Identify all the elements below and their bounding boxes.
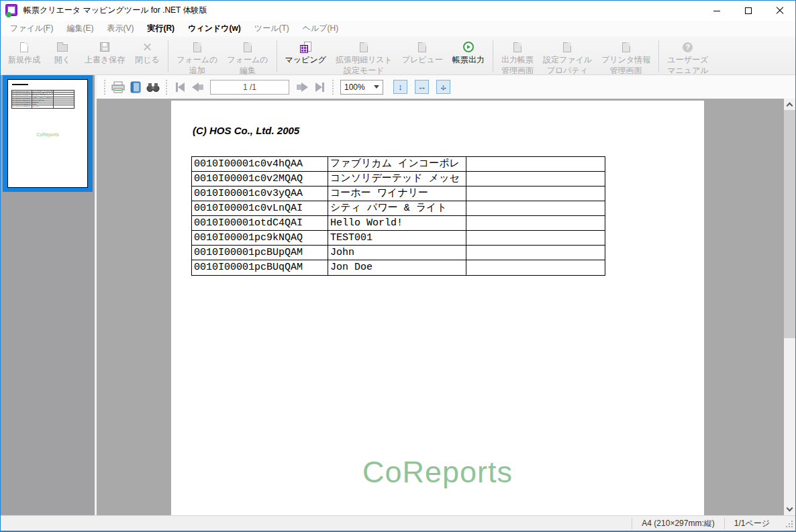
- last-page-button[interactable]: [311, 78, 328, 96]
- page-setup-button[interactable]: [127, 78, 144, 96]
- scrollbar-thumb[interactable]: [784, 110, 795, 338]
- preview-button[interactable]: プレビュー: [397, 39, 448, 66]
- zoom-select[interactable]: 100%: [340, 80, 383, 95]
- config-properties-button[interactable]: 設定ファイル プロパティ: [538, 39, 597, 76]
- table-cell: 0010I00001pc9kNQAQ: [192, 231, 328, 245]
- thumbnail-title-line: [12, 84, 28, 85]
- resize-grip[interactable]: [783, 518, 794, 529]
- menu-window[interactable]: ウィンドウ(w): [181, 21, 248, 36]
- button-label: 管理画面: [610, 66, 642, 75]
- button-label: プレビュー: [402, 55, 443, 64]
- table-cell: Hello World!: [328, 216, 466, 230]
- table-cell: 0010I00001c0v2MQAQ: [12, 93, 32, 94]
- page-thumbnail: 0010I00001c0v4hQAAファブリカム インコーポレ0010I0000…: [7, 79, 88, 188]
- maximize-button[interactable]: [732, 1, 764, 21]
- document-table: 0010I00001c0v4hQAAファブリカム インコーポレ0010I0000…: [191, 156, 605, 276]
- button-label: 編集: [240, 66, 256, 75]
- document-page: (C) HOS Co., Ltd. 2005 0010I00001c0v4hQA…: [171, 101, 704, 515]
- save-icon: [100, 42, 109, 52]
- vertical-scrollbar[interactable]: [784, 99, 795, 515]
- detail-list-mode-button[interactable]: 拡張明細リスト 設定モード: [331, 39, 397, 76]
- mapping-icon: [300, 42, 311, 53]
- table-cell: ファブリカム インコーポレ: [328, 157, 466, 171]
- table-cell: [466, 157, 605, 171]
- previous-page-button[interactable]: [189, 78, 206, 96]
- table-row: 0010I00001c0v4hQAAファブリカム インコーポレ: [192, 157, 605, 172]
- fit-page-button[interactable]: ↕↔: [436, 80, 450, 94]
- maximize-icon: [745, 7, 752, 14]
- thumbnail-watermark: CoReports: [8, 132, 87, 137]
- window-controls: [701, 1, 795, 21]
- table-row: 0010I00001c0v3yQAAコーホー ワイナリー: [192, 187, 605, 201]
- page-indicator-field[interactable]: 1 /1: [210, 80, 289, 95]
- table-row: 0010I00001pcBUqQAMJon Doe: [12, 105, 74, 107]
- toolbar-grip[interactable]: [332, 80, 334, 95]
- table-row: 0010I00001c0vLnQAIシティ パワー & ライト: [192, 201, 605, 216]
- button-label: 管理画面: [501, 66, 534, 75]
- table-cell: [466, 260, 605, 275]
- printer-info-icon: [622, 42, 630, 52]
- title-bar: 帳票クリエータ マッピングツール for .NET 体験版: [0, 0, 796, 21]
- button-label: マニュアル: [667, 66, 708, 75]
- table-cell: 0010I00001pcBUqQAM: [192, 260, 328, 275]
- fit-height-button[interactable]: ↕: [393, 80, 407, 94]
- table-cell: 0010I00001c0vLnQAI: [192, 201, 328, 215]
- report-output-icon: [463, 42, 474, 52]
- close-button[interactable]: [764, 1, 795, 21]
- table-cell: [54, 103, 74, 105]
- table-cell: [54, 95, 74, 96]
- scroll-up-button[interactable]: [784, 99, 795, 110]
- printer-info-button[interactable]: プリンタ情報 管理画面: [597, 39, 655, 76]
- menu-help[interactable]: ヘルプ(H): [296, 21, 346, 36]
- table-cell: [54, 101, 74, 103]
- table-row: 0010I00001pc9kNQAQTEST001: [192, 231, 605, 246]
- table-cell: Jon Doe: [32, 105, 53, 107]
- menu-view[interactable]: 表示(V): [100, 21, 140, 36]
- edit-form-button[interactable]: フォームの 編集: [222, 39, 272, 76]
- button-label: 設定ファイル: [543, 55, 592, 64]
- first-page-icon-arrow: [178, 83, 185, 92]
- fit-width-button[interactable]: ↔: [415, 80, 429, 94]
- table-cell: [466, 216, 605, 230]
- output-manage-button[interactable]: 出力帳票 管理画面: [497, 39, 538, 76]
- next-page-button[interactable]: [293, 78, 311, 96]
- open-button[interactable]: 開く: [45, 39, 80, 66]
- table-cell: [54, 97, 74, 99]
- report-output-button[interactable]: 帳票出力: [448, 39, 489, 66]
- button-label: 閉じる: [135, 55, 160, 64]
- toolbar-separator: [493, 40, 493, 72]
- table-cell: TEST001: [328, 231, 466, 245]
- search-button[interactable]: [144, 78, 162, 96]
- table-cell: Jon Doe: [328, 260, 466, 275]
- scroll-down-button[interactable]: [784, 504, 795, 515]
- add-form-button[interactable]: フォームの 追加: [172, 39, 222, 76]
- first-page-button[interactable]: [171, 78, 189, 96]
- users-manual-button[interactable]: ? ユーザーズ マニュアル: [662, 39, 713, 76]
- toolbar-grip[interactable]: [103, 80, 106, 95]
- menu-tools[interactable]: ツール(T): [248, 21, 296, 36]
- binoculars-search-icon: [146, 82, 160, 93]
- table-cell: [54, 105, 74, 107]
- print-button[interactable]: [109, 78, 127, 96]
- app-icon-green-dot: [6, 12, 11, 17]
- minimize-icon: [713, 11, 720, 11]
- menu-edit[interactable]: 編集(E): [60, 21, 100, 36]
- mapping-button[interactable]: マッピング: [281, 39, 331, 66]
- save-button[interactable]: 上書き保存: [80, 39, 130, 66]
- detail-list-icon: [360, 42, 368, 52]
- table-cell: 0010I00001otdC4QAI: [192, 216, 328, 230]
- paper-size-status: A4 (210×297mm:縦): [632, 518, 724, 529]
- window-border: [0, 0, 1, 532]
- menu-file[interactable]: ファイル(F): [3, 21, 60, 36]
- close-file-button[interactable]: 閉じる: [130, 39, 164, 66]
- page-thumbnail-selected[interactable]: 0010I00001c0v4hQAAファブリカム インコーポレ0010I0000…: [3, 75, 93, 192]
- button-label: プリンタ情報: [601, 55, 650, 64]
- menu-run[interactable]: 実行(R): [140, 21, 181, 36]
- menu-bar: ファイル(F) 編集(E) 表示(V) 実行(R) ウィンドウ(w) ツール(T…: [1, 21, 795, 36]
- new-button[interactable]: 新規作成: [3, 39, 45, 66]
- toolbar-grip[interactable]: [165, 80, 168, 95]
- chevron-up-icon: [787, 103, 793, 109]
- minimize-button[interactable]: [701, 1, 732, 21]
- button-label: プロパティ: [547, 66, 588, 75]
- button-label: 帳票出力: [452, 55, 485, 64]
